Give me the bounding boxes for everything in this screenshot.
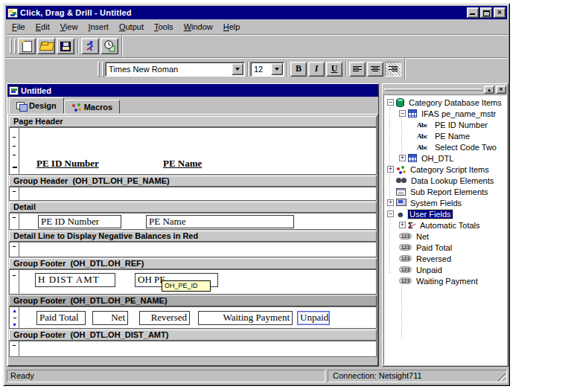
expand-toggle-icon[interactable] (399, 155, 406, 161)
align-center-button[interactable] (367, 62, 383, 77)
footer-field-paid-total[interactable]: Paid Total (36, 311, 86, 325)
tree-item-label[interactable]: Paid Total (415, 243, 453, 252)
collapse-toggle-icon[interactable] (387, 99, 394, 106)
toolbar-grip[interactable] (98, 62, 100, 77)
tree-item-pe-id-number[interactable]: PE ID Number (386, 119, 506, 130)
tree-item-paid-total[interactable]: Paid Total (386, 242, 506, 253)
tree-item-user-fields[interactable]: User Fields (386, 208, 506, 219)
font-name-combo[interactable]: Times New Roman (105, 62, 245, 77)
tree-item-label[interactable]: Reversed (415, 254, 453, 263)
tree-item-select-code-two[interactable]: Select Code Two (386, 141, 506, 152)
toolbar-grip[interactable] (102, 62, 104, 77)
menu-edit[interactable]: Edit (31, 21, 55, 33)
expand-toggle-icon[interactable] (399, 222, 406, 228)
save-button[interactable] (57, 38, 74, 54)
footer-field-net[interactable]: Net (92, 311, 128, 325)
detail-row[interactable]: PE ID Number PE Name (9, 213, 377, 230)
negative-detail-row[interactable] (9, 242, 377, 257)
pane-header[interactable]: ▴ × (383, 85, 507, 94)
detail-field-pe-id[interactable]: PE ID Number (38, 215, 121, 228)
tree-item-reversed[interactable]: Reversed (386, 253, 506, 264)
menu-insert[interactable]: Insert (83, 21, 114, 33)
pane-close-button[interactable]: × (496, 86, 506, 94)
group-footer-pe-name-row[interactable]: ▲ ▼ Paid Total Net Reversed Waiting Paym… (9, 306, 377, 329)
band-group-header-pe-name[interactable]: Group Header (OH_DTL.OH_PE_NAME) (9, 176, 377, 187)
page-header-col1-label[interactable]: PE ID Number (36, 158, 99, 170)
toolbar-grip[interactable] (14, 39, 16, 54)
tree-item-label[interactable]: Waiting Payment (415, 277, 479, 286)
menu-help[interactable]: Help (218, 21, 246, 33)
band-detail[interactable]: Detail (9, 202, 377, 213)
page-header-col2-label[interactable]: PE Name (163, 158, 202, 170)
tab-design[interactable]: Design (9, 97, 64, 114)
menu-file[interactable]: File (7, 21, 31, 33)
band-group-footer-dist-amt[interactable]: Group Footer (OH_DTL.OH_DIST_AMT) (9, 330, 377, 341)
detail-field-pe-name[interactable]: PE Name (146, 215, 294, 228)
menu-window[interactable]: Window (179, 21, 218, 33)
group-footer-dist-amt-row[interactable] (9, 341, 377, 357)
tree-item-label[interactable]: Select Code Two (433, 143, 498, 152)
document-title-bar[interactable]: Untitled (7, 84, 378, 97)
tree-item-label[interactable]: IFAS pe_name_mstr (420, 109, 497, 118)
footer-field-waiting-payment[interactable]: Waiting Payment (198, 311, 293, 325)
ref-footer-field-dist-amt[interactable]: H DIST AMT (35, 273, 115, 287)
toolbar-grip[interactable] (10, 39, 12, 54)
tree-item-category-database-items[interactable]: Category Database Items (386, 97, 506, 108)
page-header-row[interactable]: PE ID Number PE Name (9, 127, 377, 175)
tree-item-label[interactable]: System Fields (409, 199, 463, 208)
tree-item-oh-dtl[interactable]: OH_DTL (386, 152, 506, 164)
tree-item-label[interactable]: Data Lookup Elements (409, 176, 495, 185)
italic-button[interactable]: I (308, 62, 325, 77)
tree-item-system-fields[interactable]: System Fields (386, 197, 506, 208)
tree-item-sub-report-elements[interactable]: Sub Report Elements (386, 186, 506, 197)
menu-view[interactable]: View (55, 21, 83, 33)
group-header-row[interactable] (9, 187, 377, 201)
minimize-button[interactable] (467, 7, 479, 18)
tree-item-category-script-items[interactable]: Category Script Items (386, 164, 506, 175)
new-document-button[interactable] (18, 38, 36, 54)
open-button[interactable] (37, 38, 55, 54)
tree-item-label[interactable]: OH_DTL (420, 154, 455, 163)
font-size-combo[interactable]: 12 (250, 62, 284, 77)
band-negative-detail[interactable]: Detail Line to Display Negative Balances… (9, 231, 377, 242)
tree-item-label[interactable]: Unpaid (415, 266, 444, 274)
font-size-dropdown-button[interactable] (271, 63, 283, 75)
font-name-dropdown-button[interactable] (232, 63, 243, 75)
tab-macros[interactable]: Macros (64, 100, 121, 114)
footer-field-reversed[interactable]: Reversed (139, 311, 190, 325)
tree-item-net[interactable]: Net (386, 231, 506, 242)
footer-field-unpaid-selected[interactable]: Unpaid (297, 311, 330, 325)
tree-item-label[interactable]: Category Database Items (407, 98, 503, 107)
collapse-toggle-icon[interactable] (387, 211, 394, 217)
tree-item-data-lookup-elements[interactable]: Data Lookup Elements (386, 175, 506, 186)
align-left-button[interactable] (349, 62, 366, 77)
bold-button[interactable]: B (290, 62, 307, 77)
underline-button[interactable]: U (326, 62, 342, 77)
schedule-report-button[interactable] (101, 38, 118, 54)
tree-item-label[interactable]: PE Name (433, 132, 471, 141)
tree-item-waiting-payment[interactable]: Waiting Payment (386, 275, 506, 286)
close-button[interactable]: × (494, 7, 506, 18)
tree-item-unpaid[interactable]: Unpaid (386, 264, 506, 275)
menu-output[interactable]: Output (114, 21, 149, 33)
menu-tools[interactable]: Tools (149, 21, 179, 33)
tree-item-label-selected[interactable]: User Fields (408, 210, 453, 219)
run-report-button[interactable] (81, 38, 99, 54)
band-group-footer-ref[interactable]: Group Footer (OH_DTL.OH_REF) (9, 258, 377, 269)
row-resize-handle[interactable]: ▲ ▼ (10, 307, 19, 328)
tree-item-label[interactable]: Automatic Totals (418, 221, 482, 230)
expand-toggle-icon[interactable] (387, 166, 394, 173)
pane-grip[interactable] (384, 89, 482, 91)
band-page-header[interactable]: Page Header (9, 116, 377, 127)
tree-item-label[interactable]: Net (415, 232, 430, 241)
expand-toggle-icon[interactable] (387, 199, 394, 206)
tree-item-automatic-totals[interactable]: Automatic Totals (386, 219, 506, 231)
pane-collapse-button[interactable]: ▴ (484, 86, 494, 94)
band-group-footer-pe-name[interactable]: Group Footer (OH_DTL.OH_PE_NAME) (9, 295, 377, 306)
maximize-button[interactable] (480, 7, 492, 18)
tree-item-label[interactable]: Category Script Items (409, 165, 491, 174)
tree-item-pe-name[interactable]: PE Name (386, 130, 506, 141)
tree-item-label[interactable]: Sub Report Elements (409, 187, 490, 196)
align-right-button[interactable] (385, 62, 401, 77)
title-bar[interactable]: Click, Drag & Drill - Untitled × (6, 6, 507, 19)
